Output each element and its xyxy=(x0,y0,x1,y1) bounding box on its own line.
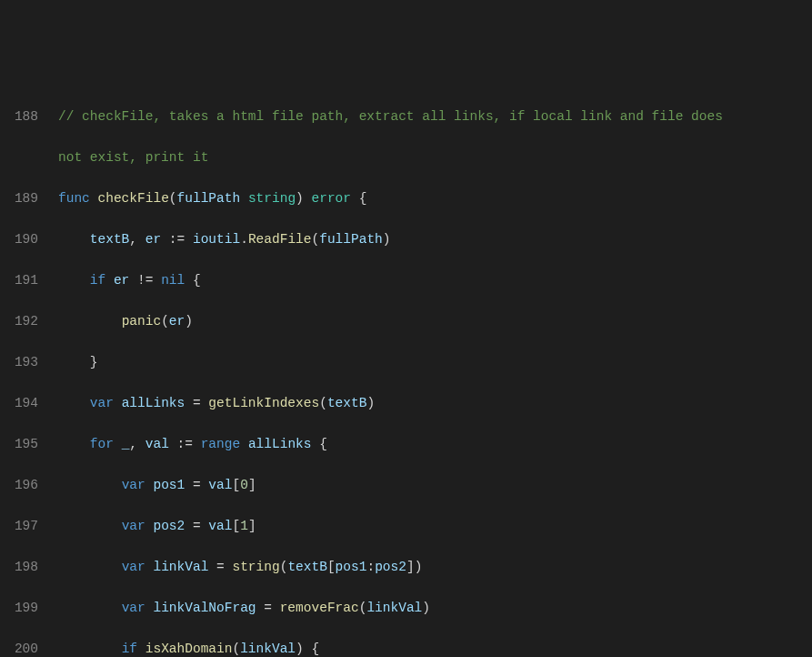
code-line[interactable]: var pos2 = val[1] xyxy=(58,516,812,537)
comment-text: not exist, print it xyxy=(58,150,208,165)
line-number: 199 xyxy=(0,598,38,619)
code-line[interactable]: // checkFile, takes a html file path, ex… xyxy=(58,106,812,127)
code-line[interactable]: if er != nil { xyxy=(58,270,812,291)
code-line[interactable]: not exist, print it xyxy=(58,147,812,168)
code-line[interactable]: var linkValNoFrag = removeFrac(linkVal) xyxy=(58,598,812,619)
code-line[interactable]: func checkFile(fullPath string) error { xyxy=(58,188,812,209)
code-line[interactable]: panic(er) xyxy=(58,311,812,332)
code-line[interactable]: } xyxy=(58,352,812,373)
line-number-gutter: 188 189 190 191 192 193 194 195 196 197 … xyxy=(0,82,58,657)
code-line[interactable]: textB, er := ioutil.ReadFile(fullPath) xyxy=(58,229,812,250)
line-number: 196 xyxy=(0,475,38,496)
line-number: 192 xyxy=(0,311,38,332)
comment-text: // checkFile, takes a html file path, ex… xyxy=(58,109,731,124)
line-number: 193 xyxy=(0,352,38,373)
code-editor[interactable]: 188 189 190 191 192 193 194 195 196 197 … xyxy=(0,82,812,657)
code-area[interactable]: // checkFile, takes a html file path, ex… xyxy=(58,82,812,657)
line-number: 200 xyxy=(0,639,38,658)
code-line[interactable]: var allLinks = getLinkIndexes(textB) xyxy=(58,393,812,414)
code-line[interactable]: if isXahDomain(linkVal) { xyxy=(58,639,812,658)
line-number: 189 xyxy=(0,188,38,209)
line-number: 194 xyxy=(0,393,38,414)
line-number: 190 xyxy=(0,229,38,250)
code-line[interactable]: var pos1 = val[0] xyxy=(58,475,812,496)
code-line[interactable]: for _, val := range allLinks { xyxy=(58,434,812,455)
line-number: 188 xyxy=(0,106,38,127)
code-line[interactable]: var linkVal = string(textB[pos1:pos2]) xyxy=(58,557,812,578)
line-number: 195 xyxy=(0,434,38,455)
line-number: 197 xyxy=(0,516,38,537)
line-number: 191 xyxy=(0,270,38,291)
line-number: 198 xyxy=(0,557,38,578)
